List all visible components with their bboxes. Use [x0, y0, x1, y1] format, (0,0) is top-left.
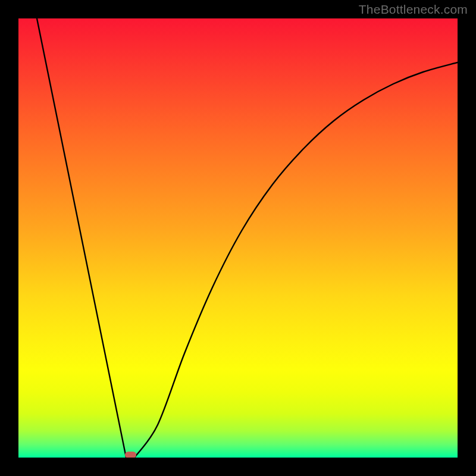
plot-area	[18, 18, 458, 458]
curve-svg	[18, 18, 458, 458]
watermark-text: TheBottleneck.com	[359, 2, 468, 17]
min-marker	[125, 452, 136, 458]
curve-path	[37, 18, 458, 458]
chart-frame: TheBottleneck.com	[0, 0, 476, 476]
